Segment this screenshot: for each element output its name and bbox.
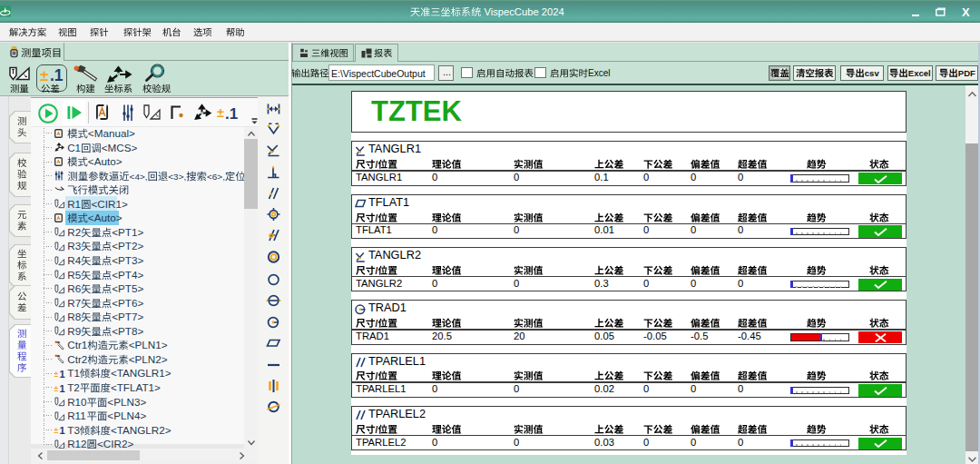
svg-text:0.02: 0.02: [594, 384, 614, 395]
svg-text:0: 0: [432, 278, 437, 289]
svg-text:0: 0: [738, 225, 743, 236]
svg-text:<Auto>: <Auto>: [88, 155, 122, 167]
svg-text:20: 20: [514, 331, 525, 341]
svg-text:/: /: [376, 319, 378, 329]
svg-text:TPARLEL1: TPARLEL1: [356, 384, 407, 395]
svg-text:<PLN2>: <PLN2>: [129, 353, 168, 365]
svg-text:-0.5: -0.5: [691, 331, 708, 341]
svg-text:<PT4>: <PT4>: [112, 269, 143, 281]
svg-text:<PT5>: <PT5>: [112, 282, 143, 294]
svg-text:R4: R4: [67, 254, 81, 266]
svg-text:<PLN1>: <PLN1>: [129, 340, 168, 351]
svg-text:0: 0: [432, 384, 437, 395]
svg-text:TZTEK: TZTEK: [371, 95, 462, 127]
svg-text:±: ±: [217, 105, 224, 120]
svg-text:/: /: [376, 424, 378, 434]
svg-text:0.03: 0.03: [594, 437, 614, 448]
svg-text:0: 0: [643, 225, 649, 236]
svg-text:-0.05: -0.05: [643, 331, 667, 341]
svg-text:20.5: 20.5: [432, 331, 452, 341]
svg-text:<PT1>: <PT1>: [112, 226, 143, 238]
svg-text:PDF: PDF: [957, 68, 975, 78]
svg-text:Ctr1: Ctr1: [67, 340, 87, 351]
svg-text:R2: R2: [67, 226, 81, 238]
svg-text:±: ±: [54, 426, 59, 435]
svg-text:0: 0: [643, 278, 649, 289]
svg-text:R8: R8: [67, 311, 81, 323]
svg-text:R5: R5: [67, 269, 81, 281]
svg-text:.1: .1: [50, 65, 64, 84]
svg-text:<TANGLR1>: <TANGLR1>: [111, 368, 172, 380]
svg-text:0: 0: [738, 384, 743, 395]
svg-text:0: 0: [691, 384, 696, 395]
svg-text:0: 0: [691, 225, 696, 236]
svg-text:0: 0: [514, 278, 519, 289]
svg-text:TFLAT1: TFLAT1: [368, 194, 409, 208]
svg-text:/: /: [376, 266, 378, 276]
svg-text:0: 0: [432, 225, 437, 236]
svg-text:±: ±: [54, 370, 59, 379]
svg-text:TFLAT1: TFLAT1: [356, 225, 392, 236]
svg-text:R10: R10: [67, 396, 87, 408]
svg-text:-0.45: -0.45: [738, 331, 761, 341]
svg-text:<Manual>: <Manual>: [88, 127, 135, 139]
svg-text:0: 0: [643, 172, 649, 183]
svg-text:0: 0: [738, 278, 743, 289]
svg-text:<TANGLR2>: <TANGLR2>: [111, 424, 172, 436]
svg-text:±: ±: [54, 384, 59, 393]
svg-text:/: /: [376, 160, 378, 170]
svg-text:<Auto>: <Auto>: [88, 212, 122, 224]
svg-text:<PLN4>: <PLN4>: [107, 410, 146, 421]
svg-text:<CIR1>: <CIR1>: [91, 198, 127, 210]
svg-text:TPARLEL2: TPARLEL2: [356, 437, 407, 448]
svg-text:C1: C1: [67, 142, 81, 153]
svg-text:0: 0: [691, 437, 696, 448]
svg-text:0: 0: [432, 437, 437, 448]
svg-text:0: 0: [691, 172, 696, 183]
svg-text:R6: R6: [67, 282, 81, 294]
svg-text:1: 1: [60, 383, 65, 394]
svg-text:<4>,: <4>,: [130, 172, 148, 182]
svg-text:Excel: Excel: [588, 68, 611, 78]
svg-text:Excel: Excel: [908, 68, 931, 78]
svg-text:TPARLEL2: TPARLEL2: [368, 407, 426, 420]
svg-text:TANGLR2: TANGLR2: [368, 248, 421, 262]
svg-text:0: 0: [514, 172, 519, 183]
svg-text:R11: R11: [67, 410, 86, 421]
svg-text:.1: .1: [225, 104, 238, 122]
svg-text:TANGLR1: TANGLR1: [368, 142, 421, 155]
svg-text:/: /: [376, 371, 378, 381]
svg-text:TANGLR1: TANGLR1: [356, 172, 402, 183]
svg-text:0.05: 0.05: [594, 331, 614, 341]
svg-text:1: 1: [60, 369, 65, 380]
svg-text:1: 1: [60, 425, 65, 436]
svg-text:±: ±: [40, 66, 48, 84]
svg-text:0.01: 0.01: [594, 225, 614, 236]
svg-text:...: ...: [443, 66, 451, 77]
svg-text:0: 0: [643, 437, 649, 448]
svg-text:0.3: 0.3: [594, 278, 609, 289]
svg-text:T2: T2: [67, 381, 80, 393]
svg-text:<PT2>: <PT2>: [112, 241, 143, 252]
svg-text:TRAD1: TRAD1: [368, 301, 407, 314]
svg-text:R7: R7: [67, 297, 81, 309]
svg-text:0: 0: [514, 437, 519, 448]
svg-text:TANGLR2: TANGLR2: [356, 278, 402, 289]
svg-text:R9: R9: [67, 325, 81, 337]
svg-text:R3: R3: [67, 241, 81, 252]
svg-text:R1: R1: [67, 198, 81, 210]
svg-text:<6>,: <6>,: [207, 172, 225, 182]
svg-text:VispecCube 2024: VispecCube 2024: [481, 6, 564, 17]
svg-text:0.1: 0.1: [594, 172, 609, 183]
svg-text:0: 0: [514, 384, 519, 395]
svg-text:0: 0: [514, 225, 519, 236]
svg-text:TRAD1: TRAD1: [356, 331, 389, 341]
svg-text:0: 0: [738, 437, 743, 448]
svg-text:0: 0: [432, 172, 437, 183]
svg-text:0: 0: [643, 384, 649, 395]
svg-text:/: /: [376, 212, 378, 222]
svg-text:<3>,: <3>,: [168, 172, 186, 182]
svg-text:<PT8>: <PT8>: [112, 325, 143, 337]
svg-text:<MCS>: <MCS>: [102, 142, 138, 153]
svg-text:<PT6>: <PT6>: [112, 297, 143, 309]
